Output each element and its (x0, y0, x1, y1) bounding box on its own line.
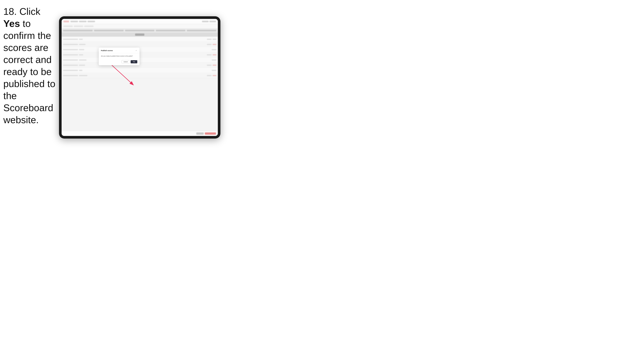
publish-scores-dialog: Publish scores × Are you ready to publis… (99, 48, 140, 65)
app-nav (70, 21, 95, 22)
app-footer (62, 131, 218, 136)
dialog-close-button[interactable]: × (135, 49, 137, 52)
subheader-item-3 (84, 25, 94, 27)
table-row (62, 47, 218, 52)
row-score-cell (212, 49, 216, 50)
dialog-header: Publish scores × (99, 48, 140, 53)
subheader-item-2 (74, 25, 83, 27)
col-header-5 (187, 30, 216, 31)
row-name-cell (63, 65, 78, 66)
table-row (62, 52, 218, 57)
row-name-cell (63, 75, 78, 76)
row-status-cell (213, 54, 216, 55)
table-row (62, 68, 218, 73)
tablet-screen: Publish scores × Are you ready to publis… (62, 19, 218, 136)
col-header-1 (63, 30, 92, 31)
publish-button-row (62, 33, 218, 37)
table-row (62, 37, 218, 42)
header-btn-2 (210, 21, 216, 22)
yes-emphasis: Yes (3, 18, 20, 29)
dialog-body: Are you ready to publish these scores to… (99, 53, 140, 59)
row-score-cell (207, 44, 212, 45)
instruction-suffix: to confirm the scores are correct and re… (3, 18, 55, 125)
row-cell (79, 44, 86, 45)
app-background (62, 19, 218, 136)
app-logo (64, 20, 69, 22)
footer-save-btn (196, 133, 204, 135)
app-header-right (202, 21, 216, 22)
row-name-cell (63, 70, 78, 71)
tablet-device: Publish scores × Are you ready to publis… (59, 16, 220, 139)
instruction-prefix: Click (17, 6, 40, 17)
row-score-cell (207, 54, 212, 55)
row-cell (79, 70, 82, 71)
nav-item-2 (79, 21, 86, 22)
dialog-title: Publish scores (101, 50, 113, 51)
row-score-cell (207, 75, 212, 76)
row-name-cell (63, 49, 78, 50)
cancel-button[interactable]: Cancel (122, 60, 130, 63)
publish-btn-placeholder (135, 33, 144, 36)
row-cell (79, 54, 83, 55)
row-cell (79, 65, 85, 66)
table-row (62, 57, 218, 63)
row-cell (79, 75, 88, 76)
row-name-cell (63, 59, 78, 61)
row-score-cell (212, 70, 216, 71)
table-header (62, 28, 218, 33)
app-table-rows (62, 37, 218, 131)
yes-button[interactable]: Yes (130, 60, 137, 63)
row-name-cell (63, 44, 78, 45)
subheader-item-1 (64, 25, 73, 27)
row-score-cell (207, 39, 212, 40)
nav-item-1 (70, 21, 78, 22)
row-name-cell (63, 54, 78, 55)
row-rank-cell (213, 39, 216, 40)
row-score-cell (212, 59, 216, 61)
table-row (62, 42, 218, 47)
dialog-message: Are you ready to publish these scores to… (101, 55, 137, 57)
col-header-4 (156, 30, 185, 31)
app-subheader (62, 24, 218, 28)
footer-publish-btn (205, 133, 216, 135)
row-cell (79, 59, 86, 61)
header-btn-1 (202, 21, 208, 22)
row-status-cell (213, 65, 216, 66)
app-header (62, 19, 218, 24)
row-status-cell (213, 75, 216, 76)
nav-item-3 (88, 21, 95, 22)
row-name-cell (63, 39, 78, 40)
row-score-cell (207, 65, 212, 66)
dialog-footer: Cancel Yes (99, 59, 140, 65)
row-cell (79, 39, 83, 40)
step-number: 18. (3, 6, 17, 17)
table-row (62, 63, 218, 68)
instruction-text: 18. Click Yes to confirm the scores are … (3, 5, 58, 126)
row-status-cell (213, 44, 216, 45)
col-header-2 (94, 30, 124, 31)
col-header-3 (125, 30, 154, 31)
row-cell (79, 49, 84, 50)
table-row (62, 73, 218, 78)
